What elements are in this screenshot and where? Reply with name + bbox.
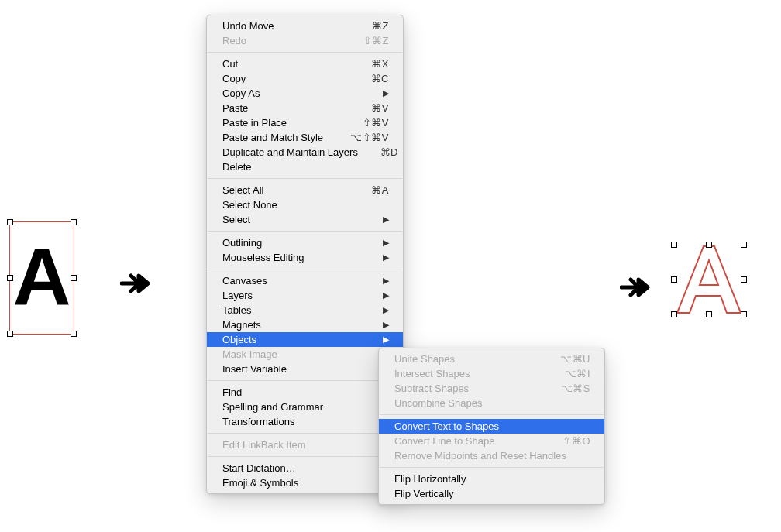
menu-item-label: Start Dictation… — [222, 462, 389, 474]
menu-item-start-dictation[interactable]: Start Dictation… — [207, 461, 403, 475]
menu-item-paste-and-match-style[interactable]: Paste and Match Style⌥⇧⌘V — [207, 130, 403, 145]
menu-item-copy[interactable]: Copy⌘C — [207, 71, 403, 86]
menu-item-label: Layers — [222, 290, 369, 301]
menu-item-flip-horizontally[interactable]: Flip Horizontally — [379, 472, 604, 486]
menu-item-label: Transformations — [222, 416, 389, 427]
menu-item-label: Subtract Shapes — [394, 383, 550, 394]
menu-item-shortcut: ⇧⌘V — [349, 117, 389, 129]
menu-item-label: Copy As — [222, 88, 369, 99]
menu-item-label: Redo — [222, 35, 349, 46]
menu-item-label: Tables — [222, 304, 369, 316]
menu-item-paste[interactable]: Paste⌘V — [207, 101, 403, 115]
menu-item-label: Paste — [222, 102, 349, 114]
submenu-arrow-icon: ▶ — [383, 290, 389, 300]
menu-item-shortcut: ⌘D — [358, 146, 398, 158]
menu-item-label: Emoji & Symbols — [222, 477, 389, 489]
menu-item-label: Canvases — [222, 275, 369, 287]
selection-handle[interactable] — [671, 276, 677, 283]
menu-item-label: Remove Midpoints and Reset Handles — [394, 450, 590, 462]
shape-outline-a — [674, 245, 744, 314]
menu-item-label: Flip Horizontally — [394, 473, 590, 485]
menu-item-transformations[interactable]: Transformations — [207, 414, 403, 429]
menu-item-duplicate-and-maintain-layers[interactable]: Duplicate and Maintain Layers⌘D — [207, 145, 403, 160]
menu-item-remove-midpoints-and-reset-handles: Remove Midpoints and Reset Handles — [379, 448, 604, 463]
selection-handle[interactable] — [741, 311, 747, 317]
submenu-arrow-icon: ▶ — [383, 88, 389, 98]
menu-item-tables[interactable]: Tables▶ — [207, 303, 403, 317]
menu-item-convert-text-to-shapes[interactable]: Convert Text to Shapes — [379, 419, 604, 434]
selection-handle[interactable] — [671, 311, 677, 317]
selection-handle[interactable] — [706, 242, 712, 248]
menu-item-label: Spelling and Grammar — [222, 401, 389, 413]
menu-item-edit-linkback-item: Edit LinkBack Item — [207, 438, 403, 452]
menu-item-shortcut: ⌘A — [349, 184, 389, 196]
menu-item-label: Select None — [222, 199, 389, 211]
menu-item-label: Undo Move — [222, 20, 349, 32]
menu-item-label: Unite Shapes — [394, 353, 550, 365]
menu-item-layers[interactable]: Layers▶ — [207, 288, 403, 303]
menu-item-label: Duplicate and Maintain Layers — [222, 146, 358, 158]
menu-item-label: Edit LinkBack Item — [222, 439, 389, 451]
menu-item-label: Flip Vertically — [394, 488, 590, 499]
menu-item-label: Delete — [222, 161, 389, 173]
menu-item-select[interactable]: Select▶ — [207, 212, 403, 227]
menu-item-spelling-and-grammar[interactable]: Spelling and Grammar — [207, 400, 403, 414]
menu-item-outlining[interactable]: Outlining▶ — [207, 235, 403, 250]
menu-item-objects[interactable]: Objects▶ — [207, 332, 403, 347]
menu-item-select-all[interactable]: Select All⌘A — [207, 183, 403, 197]
menu-separator — [208, 178, 402, 179]
menu-item-label: Convert Line to Shape — [394, 435, 550, 447]
selection-handle[interactable] — [71, 219, 77, 225]
menu-item-undo-move[interactable]: Undo Move⌘Z — [207, 19, 403, 33]
submenu-arrow-icon: ▶ — [383, 276, 389, 286]
selection-handle[interactable] — [7, 331, 13, 337]
submenu-objects[interactable]: Unite Shapes⌥⌘UIntersect Shapes⌥⌘ISubtra… — [378, 348, 605, 505]
menu-item-copy-as[interactable]: Copy As▶ — [207, 86, 403, 101]
menu-item-label: Mask Image — [222, 348, 389, 360]
menu-item-redo: Redo⇧⌘Z — [207, 33, 403, 48]
menu-item-canvases[interactable]: Canvases▶ — [207, 273, 403, 288]
shape-object-selected[interactable] — [674, 245, 744, 314]
selection-handle[interactable] — [7, 219, 13, 225]
menu-item-uncombine-shapes: Uncombine Shapes — [379, 396, 604, 410]
menu-item-mouseless-editing[interactable]: Mouseless Editing▶ — [207, 250, 403, 265]
menu-item-insert-variable[interactable]: Insert Variable — [207, 362, 403, 376]
submenu-arrow-icon: ▶ — [383, 252, 389, 263]
submenu-arrow-icon: ▶ — [383, 215, 389, 225]
menu-item-delete[interactable]: Delete — [207, 160, 403, 174]
menu-item-shortcut: ⇧⌘O — [550, 435, 590, 447]
menu-item-cut[interactable]: Cut⌘X — [207, 57, 403, 71]
menu-item-magnets[interactable]: Magnets▶ — [207, 317, 403, 332]
text-object-selected[interactable]: A — [9, 221, 74, 335]
menu-item-shortcut: ⌘X — [349, 58, 389, 70]
context-menu-edit[interactable]: Undo Move⌘ZRedo⇧⌘ZCut⌘XCopy⌘CCopy As▶Pas… — [206, 15, 404, 494]
menu-item-label: Intersect Shapes — [394, 368, 550, 379]
menu-separator — [208, 52, 402, 53]
selection-handle[interactable] — [741, 242, 747, 248]
menu-item-find[interactable]: Find — [207, 385, 403, 400]
menu-separator — [380, 414, 604, 415]
menu-item-shortcut: ⌥⌘I — [550, 368, 590, 379]
submenu-arrow-icon: ▶ — [383, 320, 389, 330]
menu-item-shortcut: ⌥⌘S — [550, 383, 590, 394]
selection-handle[interactable] — [71, 331, 77, 337]
selection-handle[interactable] — [671, 242, 677, 248]
submenu-arrow-icon: ▶ — [383, 335, 389, 345]
menu-item-paste-in-place[interactable]: Paste in Place⇧⌘V — [207, 115, 403, 130]
selection-handle[interactable] — [71, 275, 77, 281]
menu-item-flip-vertically[interactable]: Flip Vertically — [379, 486, 604, 501]
menu-item-shortcut: ⌥⌘U — [550, 353, 590, 365]
menu-item-label: Insert Variable — [222, 363, 389, 375]
selection-handle[interactable] — [741, 276, 747, 283]
menu-item-shortcut: ⇧⌘Z — [349, 35, 389, 46]
arrow-icon — [620, 276, 651, 298]
menu-item-select-none[interactable]: Select None — [207, 197, 403, 212]
menu-item-emoji-symbols[interactable]: Emoji & Symbols — [207, 475, 403, 490]
menu-item-label: Uncombine Shapes — [394, 397, 590, 409]
selection-handle[interactable] — [7, 275, 13, 281]
menu-item-label: Mouseless Editing — [222, 252, 369, 263]
menu-item-unite-shapes: Unite Shapes⌥⌘U — [379, 352, 604, 366]
selection-handle[interactable] — [706, 311, 712, 317]
submenu-arrow-icon: ▶ — [383, 238, 389, 248]
menu-item-label: Copy — [222, 73, 349, 84]
